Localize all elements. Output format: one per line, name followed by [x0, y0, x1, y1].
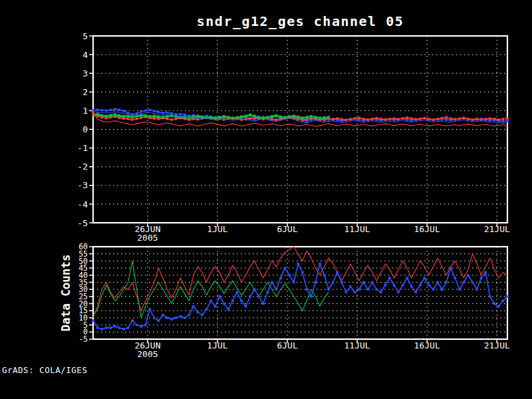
data-point-marker — [471, 281, 474, 284]
y-tick-label: 2 — [82, 87, 88, 97]
plot-frame — [93, 247, 507, 339]
data-point-marker — [402, 117, 404, 120]
data-point-marker — [153, 117, 156, 120]
data-point-marker — [410, 117, 413, 120]
y-tick-label: 0 — [82, 124, 88, 134]
data-point-marker — [140, 110, 142, 113]
data-point-marker — [371, 281, 374, 284]
data-point-marker — [284, 267, 287, 269]
data-point-marker — [109, 109, 112, 112]
data-point-marker — [105, 327, 108, 329]
data-point-marker — [450, 117, 452, 120]
data-point-marker — [358, 116, 360, 119]
data-point-marker — [340, 118, 343, 121]
data-point-marker — [489, 117, 491, 120]
data-point-marker — [158, 111, 160, 114]
y-tick-label: 1 — [82, 106, 88, 116]
data-point-marker — [493, 303, 496, 305]
data-point-marker — [118, 327, 121, 329]
data-point-marker — [257, 295, 260, 298]
y-axis-label: Data Counts — [59, 255, 72, 332]
data-point-marker — [179, 113, 182, 116]
data-point-marker — [192, 305, 195, 308]
data-point-marker — [249, 117, 251, 120]
data-point-marker — [275, 119, 278, 122]
data-point-marker — [262, 303, 265, 305]
data-point-marker — [506, 120, 509, 122]
data-point-marker — [428, 284, 430, 287]
data-point-marker — [402, 284, 404, 287]
data-point-marker — [349, 118, 352, 121]
x-tick-label: 11JUL — [344, 224, 370, 234]
data-point-marker — [345, 291, 348, 294]
x-tick-label: 16JUL — [414, 340, 440, 350]
data-point-marker — [432, 118, 435, 121]
data-point-marker — [131, 319, 134, 322]
data-point-marker — [240, 300, 243, 303]
data-point-marker — [441, 117, 444, 120]
data-point-marker — [136, 324, 138, 327]
data-point-marker — [380, 291, 382, 294]
data-point-marker — [170, 318, 173, 321]
x-tick-label: 11JUL — [344, 340, 370, 350]
data-point-marker — [441, 288, 444, 291]
data-point-marker — [480, 277, 483, 279]
data-point-marker — [384, 118, 387, 121]
data-point-marker — [127, 118, 130, 120]
data-point-marker — [467, 274, 469, 277]
data-point-marker — [388, 277, 391, 279]
data-point-marker — [323, 274, 326, 277]
data-point-marker — [336, 271, 338, 274]
data-point-marker — [218, 295, 221, 298]
data-point-marker — [419, 118, 422, 120]
data-point-marker — [406, 277, 408, 279]
data-point-marker — [175, 317, 178, 319]
data-point-marker — [144, 110, 147, 112]
data-point-marker — [100, 109, 103, 112]
data-point-marker — [158, 319, 160, 322]
data-point-marker — [114, 108, 116, 110]
data-point-marker — [454, 277, 457, 279]
data-point-marker — [467, 118, 469, 120]
x-tick-label: 1JUL — [207, 340, 227, 350]
data-point-marker — [153, 317, 156, 319]
data-point-marker — [96, 327, 99, 329]
series-markers-blue-counts-with-markers — [92, 263, 509, 331]
data-point-marker — [223, 303, 225, 305]
x-tick-label: 1JUL — [207, 224, 227, 234]
data-point-marker — [209, 300, 212, 303]
data-point-marker — [197, 311, 200, 314]
data-point-marker — [345, 119, 348, 122]
data-point-marker — [362, 118, 365, 120]
data-point-marker — [484, 118, 487, 120]
counts-panel: 605550454035302520151050-526JUN20051JUL6… — [59, 242, 510, 359]
data-point-marker — [236, 291, 239, 294]
data-point-marker — [92, 109, 94, 112]
data-point-marker — [245, 305, 247, 308]
data-point-marker — [497, 118, 500, 121]
data-point-marker — [144, 324, 147, 327]
data-point-marker — [432, 288, 435, 291]
data-point-marker — [214, 305, 217, 308]
data-point-marker — [301, 271, 304, 274]
data-point-marker — [127, 112, 130, 114]
x-tick-label: 6JUL — [277, 340, 297, 350]
data-point-marker — [100, 328, 103, 331]
data-point-marker — [279, 277, 282, 279]
x-tick-label: 6JUL — [277, 224, 297, 234]
data-point-marker — [122, 110, 125, 112]
data-point-marker — [140, 116, 142, 119]
data-point-marker — [253, 288, 256, 291]
data-point-marker — [227, 308, 230, 311]
data-point-marker — [293, 281, 295, 284]
data-point-marker — [497, 305, 500, 308]
data-point-marker — [231, 300, 234, 303]
data-point-marker — [166, 317, 169, 319]
data-point-marker — [166, 118, 169, 120]
data-point-marker — [424, 277, 426, 279]
data-point-marker — [162, 314, 164, 317]
data-point-marker — [471, 118, 474, 121]
data-point-marker — [170, 112, 173, 115]
bias-panel: 543210-1-2-3-4-526JUN20051JUL6JUL11JUL16… — [77, 31, 510, 243]
data-point-marker — [436, 281, 439, 284]
